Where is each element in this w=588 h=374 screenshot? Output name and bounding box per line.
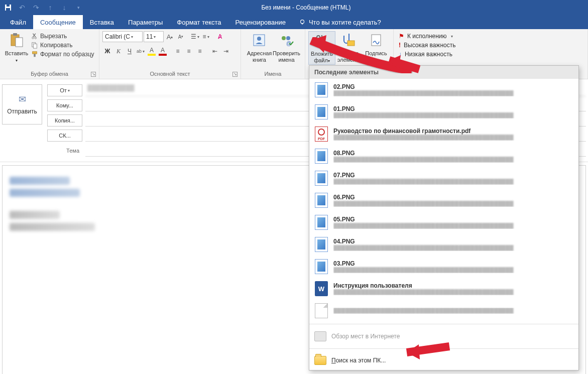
- check-names-label: Проверить имена: [273, 50, 300, 63]
- cut-label: Вырезать: [40, 33, 67, 40]
- tab-file[interactable]: Файл: [3, 15, 33, 29]
- prev-icon[interactable]: ↑: [44, 2, 56, 14]
- svg-rect-5: [302, 24, 303, 25]
- next-icon[interactable]: ↓: [58, 2, 70, 14]
- font-name-select[interactable]: Calibri (С▾: [102, 31, 143, 42]
- tab-insert[interactable]: Вставка: [83, 15, 121, 29]
- format-painter-button[interactable]: Формат по образцу: [30, 50, 95, 58]
- font-size-select[interactable]: 11▾: [144, 31, 164, 42]
- bold-button[interactable]: Ж: [102, 46, 112, 56]
- svg-rect-2: [6, 8, 10, 11]
- cc-button[interactable]: Копия...: [47, 114, 82, 127]
- svg-rect-3: [7, 5, 10, 7]
- address-book-label: Адресная книга: [246, 50, 273, 63]
- undo-icon[interactable]: ↶: [16, 2, 28, 14]
- recent-item-name: 01.PNG: [333, 105, 573, 112]
- tell-me-search[interactable]: Что вы хотите сделать?: [293, 15, 387, 29]
- dialog-launcher-icon[interactable]: ↘: [232, 72, 238, 77]
- bcc-button[interactable]: СК...: [47, 130, 82, 142]
- svg-point-9: [32, 37, 34, 39]
- followup-button[interactable]: ⚑К исполнению▾: [397, 32, 457, 40]
- copy-label: Копировать: [40, 42, 73, 49]
- align-left-button[interactable]: ≡: [173, 46, 183, 56]
- recent-item-path: ████████████████████████████████████████…: [333, 90, 573, 96]
- scissors-icon: [31, 33, 38, 40]
- address-book-button[interactable]: Адресная книга: [246, 31, 273, 63]
- recent-item[interactable]: WИнструкция пользователя████████████████…: [309, 278, 578, 300]
- recent-item-path: ████████████████████████████████████████…: [333, 112, 573, 118]
- browse-pc-button[interactable]: Поиск на этом ПК...: [309, 351, 578, 370]
- tab-options[interactable]: Параметры: [121, 15, 170, 29]
- attach-item-button[interactable]: Вложить элемент▾: [335, 31, 363, 64]
- check-names-button[interactable]: @ Проверить имена: [273, 31, 300, 63]
- increase-indent-button[interactable]: ⇥: [221, 46, 231, 56]
- word-file-icon: W: [315, 281, 328, 296]
- shrink-font-button[interactable]: A▾: [176, 32, 186, 42]
- recent-item-name: 05.PNG: [333, 216, 573, 223]
- grow-font-button[interactable]: A▴: [165, 32, 175, 42]
- save-icon[interactable]: [2, 2, 14, 14]
- recent-item[interactable]: ████████████████████████████████████████…: [309, 300, 578, 322]
- to-button[interactable]: Кому...: [47, 99, 82, 111]
- tab-message[interactable]: Сообщение: [33, 15, 83, 29]
- recent-item[interactable]: 06.PNG██████████████████████████████████…: [309, 189, 578, 211]
- underline-button[interactable]: Ч: [125, 46, 135, 56]
- image-file-icon: [315, 237, 328, 252]
- image-file-icon: [315, 215, 328, 230]
- copy-button[interactable]: Копировать: [30, 41, 95, 49]
- attach-file-button[interactable]: Вложить файл▾: [308, 31, 335, 65]
- ribbon-tabs: Файл Сообщение Вставка Параметры Формат …: [0, 15, 588, 29]
- chevron-down-icon: ▾: [154, 35, 156, 39]
- italic-button[interactable]: К: [113, 46, 124, 56]
- align-center-button[interactable]: ≡: [184, 46, 194, 56]
- from-button[interactable]: От ▾: [47, 84, 82, 96]
- image-file-icon: [315, 171, 328, 186]
- high-importance-button[interactable]: !Высокая важность: [397, 41, 457, 49]
- signature-label: Подпись: [365, 50, 387, 56]
- recent-item[interactable]: 05.PNG██████████████████████████████████…: [309, 211, 578, 233]
- recent-item-name: 08.PNG: [333, 150, 573, 157]
- recent-item-name: 03.PNG: [333, 260, 573, 267]
- font-color-button[interactable]: A: [158, 46, 168, 56]
- align-right-button[interactable]: ≡: [195, 46, 205, 56]
- signature-button[interactable]: Подпись▾: [363, 31, 390, 64]
- tab-format[interactable]: Формат текста: [170, 15, 228, 29]
- qat-customize-icon[interactable]: ▾: [72, 2, 84, 14]
- low-importance-button[interactable]: ↓Низкая важность: [397, 50, 457, 58]
- address-book-icon: [252, 32, 268, 48]
- recent-item[interactable]: 08.PNG██████████████████████████████████…: [309, 145, 578, 167]
- exclamation-icon: !: [399, 42, 401, 49]
- svg-rect-13: [33, 52, 37, 54]
- recent-item[interactable]: 03.PNG██████████████████████████████████…: [309, 256, 578, 278]
- attach-file-dropdown: Последние элементы 02.PNG███████████████…: [309, 65, 579, 370]
- dialog-launcher-icon[interactable]: ↘: [91, 72, 96, 77]
- send-button[interactable]: ✉ Отправить: [2, 84, 42, 124]
- recent-item-path: ████████████████████████████████████████…: [333, 223, 573, 229]
- attach-item-icon: [341, 32, 357, 48]
- tab-review[interactable]: Рецензирование: [228, 15, 293, 29]
- clear-format-button[interactable]: A̷: [215, 32, 225, 42]
- highlight-button[interactable]: ab▾: [136, 46, 146, 56]
- paste-button[interactable]: Вставить▾: [3, 31, 30, 64]
- chevron-down-icon: ▾: [131, 35, 133, 39]
- font-highlight-color-button[interactable]: A: [147, 46, 157, 56]
- recent-item-name: Инструкция пользователя: [333, 282, 573, 289]
- cut-button[interactable]: Вырезать: [30, 32, 95, 40]
- recent-item[interactable]: 01.PNG██████████████████████████████████…: [309, 101, 578, 123]
- redo-icon[interactable]: ↷: [30, 2, 42, 14]
- recent-item-path: ████████████████████████████████████████…: [333, 267, 573, 273]
- group-names: Адресная книга @ Проверить имена Имена: [241, 29, 305, 79]
- recent-item[interactable]: 04.PNG██████████████████████████████████…: [309, 233, 578, 256]
- recent-item-path: ████████████████████████████████████████…: [333, 308, 573, 314]
- numbering-button[interactable]: ≡▾: [201, 32, 211, 42]
- decrease-indent-button[interactable]: ⇤: [210, 46, 220, 56]
- bullets-button[interactable]: ☰▾: [190, 32, 200, 42]
- group-names-label: Имена: [265, 71, 282, 77]
- bulb-icon: [299, 19, 306, 26]
- window-title: Без имени - Сообщение (HTML): [84, 4, 528, 11]
- recent-item[interactable]: 07.PNG██████████████████████████████████…: [309, 167, 578, 189]
- recent-item[interactable]: 02.PNG██████████████████████████████████…: [309, 79, 578, 101]
- recent-item[interactable]: PDFРуководство по финансовой грамотности…: [309, 123, 578, 145]
- format-painter-label: Формат по образцу: [40, 51, 94, 58]
- browse-web-button[interactable]: Обзор мест в Интернете: [309, 326, 578, 346]
